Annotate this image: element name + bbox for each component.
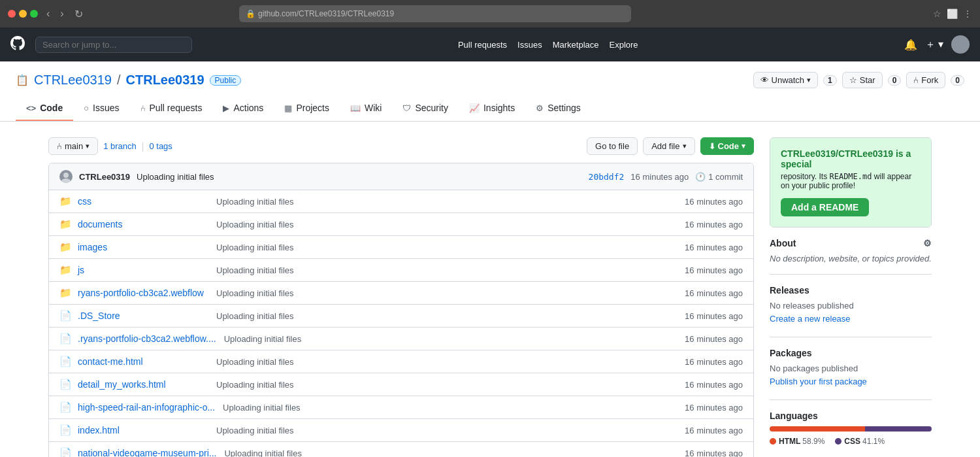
plus-icon[interactable]: ＋ ▾ bbox=[925, 38, 943, 52]
lang-pct: 41.1% bbox=[862, 437, 885, 446]
file-icon: 📄 bbox=[59, 447, 70, 457]
file-name-link[interactable]: high-speed-rail-an-infographic-o... bbox=[78, 402, 215, 413]
extensions-icon[interactable]: ⬜ bbox=[947, 8, 958, 19]
file-name-link[interactable]: index.html bbox=[78, 425, 208, 435]
commit-username[interactable]: CTRLee0319 bbox=[79, 172, 130, 182]
tab-insights[interactable]: 📈 Insights bbox=[459, 96, 525, 121]
tab-actions[interactable]: ▶ Actions bbox=[212, 96, 274, 121]
repo-owner-link[interactable]: CTRLee0319 bbox=[34, 73, 112, 88]
commit-count: 1 commit bbox=[708, 172, 743, 182]
readme-title-text: CTRLee0319/CTRLee0319 bbox=[781, 148, 893, 159]
fork-button[interactable]: ⑃ Fork bbox=[906, 72, 945, 88]
maximize-dot[interactable] bbox=[30, 10, 38, 18]
tab-code[interactable]: <> Code bbox=[16, 96, 73, 121]
menu-icon[interactable]: ⋮ bbox=[963, 8, 972, 19]
unwatch-label: Unwatch bbox=[772, 75, 805, 85]
file-commit-message: Uploading initial files bbox=[216, 311, 677, 321]
code-chevron-icon: ▾ bbox=[742, 142, 745, 150]
settings-tab-icon: ⚙ bbox=[536, 103, 544, 113]
search-input[interactable] bbox=[35, 37, 192, 53]
file-name-link[interactable]: css bbox=[78, 196, 208, 207]
back-button[interactable]: ‹ bbox=[43, 7, 53, 22]
file-commit-message: Uploading initial files bbox=[216, 265, 677, 275]
url-text: github.com/CTRLee0319/CTRLee0319 bbox=[258, 9, 394, 18]
avatar[interactable] bbox=[951, 35, 970, 54]
folder-icon: 📁 bbox=[59, 218, 70, 230]
publish-package-link[interactable]: Publish your first package bbox=[770, 377, 867, 386]
readme-card: CTRLee0319/CTRLee0319 is a special repos… bbox=[770, 137, 932, 228]
branch-selector[interactable]: ⑃ main ▾ bbox=[48, 137, 98, 155]
fork-count: 0 bbox=[951, 75, 964, 86]
marketplace-link[interactable]: Marketplace bbox=[553, 40, 599, 50]
add-file-button[interactable]: Add file ▾ bbox=[643, 137, 694, 155]
branches-link[interactable]: 1 branch bbox=[103, 141, 137, 151]
add-readme-button[interactable]: Add a README bbox=[781, 198, 869, 216]
commit-history-link[interactable]: 🕐 1 commit bbox=[695, 172, 743, 182]
explore-link[interactable]: Explore bbox=[610, 40, 638, 50]
folder-icon: 📁 bbox=[59, 195, 70, 207]
tab-insights-label: Insights bbox=[483, 103, 515, 113]
star-button[interactable]: ☆ Star bbox=[842, 72, 883, 88]
file-time: 16 minutes ago bbox=[685, 426, 743, 435]
file-time: 16 minutes ago bbox=[685, 197, 743, 207]
file-icon: 📄 bbox=[59, 401, 70, 413]
issues-link[interactable]: Issues bbox=[517, 40, 542, 50]
unwatch-button[interactable]: 👁 Unwatch ▾ bbox=[753, 72, 819, 88]
tab-wiki-label: Wiki bbox=[365, 103, 382, 113]
file-table: CTRLee0319 Uploading initial files 20bdd… bbox=[48, 163, 754, 457]
file-name-link[interactable]: js bbox=[78, 265, 208, 275]
url-bar[interactable]: 🔒 github.com/CTRLee0319/CTRLee0319 bbox=[239, 5, 631, 22]
code-button[interactable]: ⬇ Code ▾ bbox=[700, 137, 755, 155]
file-commit-message: Uploading initial files bbox=[224, 449, 677, 458]
table-row: 📁 images Uploading initial files 16 minu… bbox=[49, 236, 753, 259]
commit-hash[interactable]: 20bddf2 bbox=[589, 172, 625, 182]
tab-pull-requests[interactable]: ⑃ Pull requests bbox=[130, 96, 213, 121]
star-icon[interactable]: ☆ bbox=[933, 8, 941, 19]
close-dot[interactable] bbox=[8, 10, 16, 18]
packages-section: Packages No packages published Publish y… bbox=[770, 337, 932, 397]
file-name-link[interactable]: documents bbox=[78, 219, 208, 229]
tab-security[interactable]: 🛡 Security bbox=[392, 96, 459, 121]
file-commit-message: Uploading initial files bbox=[216, 288, 677, 298]
folder-icon: 📁 bbox=[59, 287, 70, 299]
language-segment-css bbox=[865, 426, 932, 432]
bell-icon[interactable]: 🔔 bbox=[904, 39, 917, 51]
readme-description: repository. Its README.md will appear on… bbox=[781, 172, 921, 190]
tab-wiki[interactable]: 📖 Wiki bbox=[340, 96, 392, 121]
tab-settings[interactable]: ⚙ Settings bbox=[525, 96, 591, 121]
github-header: Pull requests Issues Marketplace Explore… bbox=[0, 27, 980, 61]
readme-filename: README.md bbox=[829, 172, 872, 181]
unwatch-count: 1 bbox=[823, 75, 837, 86]
folder-icon: 📁 bbox=[59, 241, 70, 253]
table-row: 📁 css Uploading initial files 16 minutes… bbox=[49, 190, 753, 213]
table-row: 📄 contact-me.html Uploading initial file… bbox=[49, 350, 753, 373]
create-release-link[interactable]: Create a new release bbox=[770, 314, 851, 324]
repo-name-link[interactable]: CTRLee0319 bbox=[126, 73, 204, 88]
github-logo[interactable] bbox=[10, 36, 25, 54]
file-name-link[interactable]: detail_my_works.html bbox=[78, 379, 208, 390]
file-name-link[interactable]: .DS_Store bbox=[78, 311, 208, 321]
tab-issues[interactable]: ○ Issues bbox=[73, 96, 129, 121]
about-gear-icon[interactable]: ⚙ bbox=[923, 238, 932, 248]
about-label: About bbox=[770, 238, 796, 248]
language-list: HTML58.9%CSS41.1% bbox=[770, 437, 932, 446]
goto-file-button[interactable]: Go to file bbox=[587, 137, 638, 155]
file-name-link[interactable]: ryans-portfolio-cb3ca2.webflow bbox=[78, 288, 208, 298]
file-name-link[interactable]: contact-me.html bbox=[78, 356, 208, 367]
packages-label: Packages bbox=[770, 348, 812, 358]
file-name-link[interactable]: images bbox=[78, 242, 208, 252]
pulls-link[interactable]: Pull requests bbox=[458, 40, 507, 50]
languages-label: Languages bbox=[770, 411, 818, 421]
tags-link[interactable]: 0 tags bbox=[149, 141, 172, 151]
file-name-link[interactable]: national-videogame-museum-pri... bbox=[78, 448, 216, 457]
refresh-button[interactable]: ↻ bbox=[71, 7, 86, 22]
tab-projects[interactable]: ▦ Projects bbox=[274, 96, 340, 121]
file-icon: 📄 bbox=[59, 379, 70, 390]
file-time: 16 minutes ago bbox=[685, 357, 743, 367]
star-icon: ☆ bbox=[849, 75, 857, 85]
minimize-dot[interactable] bbox=[19, 10, 27, 18]
file-name-link[interactable]: .ryans-portfolio-cb3ca2.webflow.... bbox=[78, 333, 216, 344]
file-time: 16 minutes ago bbox=[685, 449, 743, 458]
branch-icon: ⑃ bbox=[57, 141, 62, 151]
forward-button[interactable]: › bbox=[57, 7, 67, 22]
